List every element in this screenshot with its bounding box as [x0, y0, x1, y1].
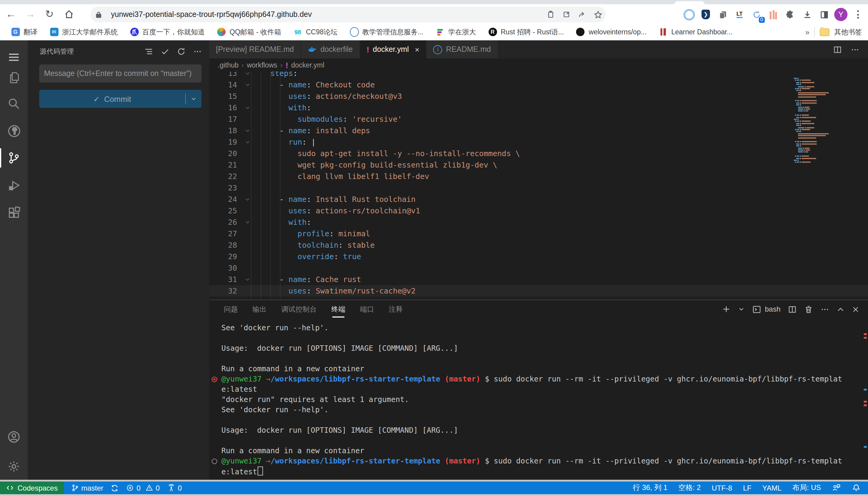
tab-readme-md[interactable]: iREADME.md [427, 41, 498, 59]
bookmarks-overflow-chevron[interactable]: » [805, 27, 809, 36]
code-line-25[interactable]: 25 uses: actions-rs/toolchain@v1 [209, 205, 868, 216]
close-panel-icon[interactable] [852, 305, 859, 313]
url-bar[interactable]: yunwei37-potential-space-trout-rpr5qwj66… [90, 6, 605, 22]
bookmark-xuezai-zheda[interactable]: 学在浙大 [431, 26, 481, 38]
code-line-21[interactable]: 21 wget pkg-config build-essential zlib1… [209, 159, 868, 171]
panel-tab-active[interactable]: 终端 [331, 301, 345, 317]
maximize-panel-icon[interactable] [837, 305, 844, 313]
panel-tab-item[interactable]: 端口 [360, 301, 374, 317]
code-line-20[interactable]: 20 sudo apt-get install -y --no-install-… [209, 148, 868, 159]
ports-indicator[interactable]: 0 [167, 484, 182, 492]
panel-tab-item[interactable]: 问题 [224, 301, 238, 317]
code-line-19[interactable]: 19 run: | [209, 136, 868, 148]
commit-message-input[interactable]: Message (Ctrl+Enter to commit on "master… [39, 64, 201, 82]
extension-pages-icon[interactable] [716, 8, 729, 21]
fold-chevron-icon[interactable] [242, 82, 252, 88]
extension-bars-icon[interactable] [767, 8, 780, 21]
browser-menu-icon[interactable] [851, 8, 864, 21]
fold-chevron-icon[interactable] [242, 128, 252, 133]
code-line-32[interactable]: 32 uses: Swatinem/rust-cache@v2 [209, 285, 868, 296]
extensions-icon[interactable] [0, 201, 28, 225]
panel-more-icon[interactable] [820, 305, 829, 314]
bookmark-rust[interactable]: RRust 招聘 - Rust语... [483, 26, 569, 38]
bookmark-star-icon[interactable] [590, 6, 605, 22]
bookmark-cc98[interactable]: 98CC98论坛 [288, 26, 342, 38]
code-line-15[interactable]: 15 uses: actions/checkout@v3 [209, 90, 868, 102]
breadcrumb-item[interactable]: workflows [247, 61, 277, 69]
code-line-28[interactable]: 28 toolchain: stable [209, 239, 868, 251]
editor-more-icon[interactable] [851, 45, 859, 54]
status-item[interactable]: LF [743, 483, 752, 493]
feedback-icon[interactable] [832, 483, 841, 492]
commit-check-icon[interactable] [161, 47, 169, 56]
remote-indicator[interactable]: Codespaces [0, 482, 64, 494]
tab-dockerfile[interactable]: dockerfile [301, 41, 360, 59]
sync-changes[interactable] [111, 484, 119, 492]
languagetool-icon[interactable]: LT [733, 8, 746, 21]
code-line-27[interactable]: 27 profile: minimal [209, 228, 868, 239]
kill-terminal-trash-icon[interactable] [804, 305, 813, 314]
status-item[interactable]: 布局: US [792, 483, 821, 493]
code-line-13[interactable]: 13 steps: [209, 72, 868, 79]
minimap[interactable] [791, 78, 840, 165]
fold-chevron-icon[interactable] [242, 105, 252, 110]
branch-indicator[interactable]: master [71, 484, 103, 492]
fold-chevron-icon[interactable] [242, 277, 252, 282]
search-icon[interactable] [0, 92, 28, 116]
problems-indicator[interactable]: 0 0 [126, 484, 160, 492]
run-debug-icon[interactable] [0, 174, 28, 198]
code-line-16[interactable]: 16 with: [209, 102, 868, 113]
forward-button[interactable]: → [22, 6, 39, 22]
split-terminal-icon[interactable] [788, 305, 797, 314]
breadcrumb-item[interactable]: docker.yml [291, 61, 324, 69]
tab-docker-yml[interactable]: !docker.yml× [360, 41, 426, 59]
panel-tab-item[interactable]: 输出 [252, 301, 267, 317]
status-item[interactable]: YAML [762, 483, 782, 493]
reload-button[interactable]: ↻ [41, 6, 58, 22]
bookmark-translate[interactable]: G翻译 [6, 26, 42, 38]
code-line-31[interactable]: 31 - name: Cache rust [209, 274, 868, 285]
open-in-window-icon[interactable] [558, 6, 574, 22]
refresh-icon[interactable] [177, 47, 186, 56]
downloads-icon[interactable] [800, 8, 814, 21]
bookmark-coursera[interactable]: Learner Dashboar... [654, 26, 737, 38]
source-control-icon[interactable] [0, 146, 28, 170]
extension-ring-icon[interactable] [682, 8, 695, 21]
terminal-shell-label[interactable]: bash [765, 305, 780, 313]
explorer-icon[interactable] [0, 66, 28, 90]
status-item[interactable]: 空格: 2 [678, 483, 701, 493]
github-icon[interactable] [0, 119, 28, 143]
code-line-18[interactable]: 18 - name: install deps [209, 125, 868, 136]
new-terminal-icon[interactable] [722, 305, 731, 313]
notifications-bell-icon[interactable] [852, 483, 861, 492]
status-item[interactable]: 行 36, 列 1 [633, 483, 668, 493]
terminal-dropdown-chevron-icon[interactable] [738, 306, 745, 313]
code-line-24[interactable]: 24 - name: Install Rust toolchain [209, 193, 868, 205]
code-line-30[interactable]: 30 [209, 262, 868, 274]
view-as-list-icon[interactable] [144, 47, 153, 56]
settings-gear-icon[interactable] [0, 454, 28, 479]
bookmark-baidu[interactable]: 爪百度一下，你就知道 [125, 26, 210, 38]
status-item[interactable]: UTF-8 [712, 483, 732, 493]
fold-chevron-icon[interactable] [242, 139, 252, 145]
panel-tab-item[interactable]: 调试控制台 [281, 301, 317, 317]
code-line-14[interactable]: 14 - name: Checkout code [209, 79, 868, 90]
bookmark-zju-mail[interactable]: ✉浙江大学邮件系统 [45, 26, 122, 38]
sync-extension-icon[interactable]: 0 [750, 8, 763, 21]
send-to-device-icon[interactable] [543, 6, 558, 22]
back-button[interactable]: ← [2, 6, 19, 22]
more-actions-icon[interactable] [193, 47, 202, 56]
commit-dropdown-chevron[interactable] [186, 95, 201, 103]
code-editor[interactable]: 13 steps:14 - name: Checkout code15 uses… [209, 72, 868, 299]
terminal-output[interactable]: See 'docker run --help'.Usage: docker ru… [209, 323, 868, 482]
commit-button-main[interactable]: ✓ Commit [39, 94, 185, 103]
tab--preview-readme-md[interactable]: [Preview] README.md [209, 41, 301, 59]
commit-button[interactable]: ✓ Commit [39, 90, 201, 108]
code-line-22[interactable]: 22 clang llvm libelf1 libelf-dev [209, 171, 868, 182]
bookmark-github[interactable]: weloveinterns/op... [571, 26, 652, 38]
fold-chevron-icon[interactable] [242, 197, 252, 202]
fold-chevron-icon[interactable] [242, 219, 252, 225]
other-bookmarks-label[interactable]: 其他书签 [834, 27, 862, 36]
breadcrumb-item[interactable]: .github [218, 61, 239, 69]
split-editor-icon[interactable] [833, 45, 842, 54]
